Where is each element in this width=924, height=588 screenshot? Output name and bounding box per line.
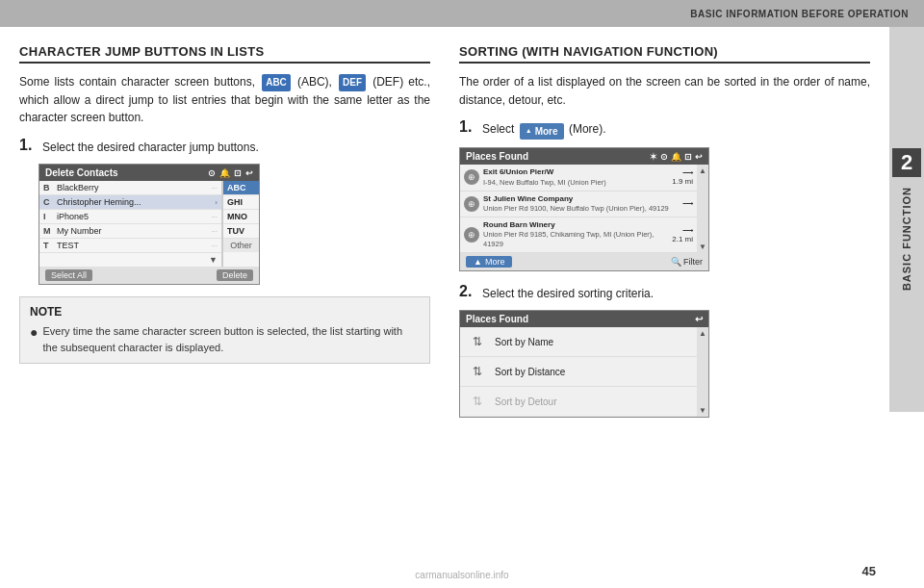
sort-distance-icon: ⇅ — [468, 362, 487, 381]
list-item[interactable]: ⊕ Round Barn Winery Union Pier Rd 9185, … — [460, 217, 697, 253]
places-row-icon: ⊕ — [464, 227, 479, 243]
list-item[interactable]: ⇅ Sort by Distance — [460, 357, 697, 387]
place-name: St Julien Wine Company — [483, 194, 679, 204]
place-addr: I-94, New Buffalo Twp, MI (Union Pier) — [483, 178, 668, 188]
jump-button-other[interactable]: Other — [223, 239, 259, 252]
sort-screenshot: Places Found ↩ ⇅ Sort by Name ⇅ Sort by … — [459, 310, 709, 418]
row-name: My Number — [57, 226, 207, 236]
dc-scroll-down[interactable]: ▼ — [209, 255, 218, 265]
places-footer: ▲ More 🔍 Filter — [460, 253, 708, 270]
sidebar-number: 2 — [892, 148, 921, 177]
places-row-icon: ⊕ — [464, 196, 479, 212]
left-body-text1: Some lists contain character screen butt… — [19, 75, 255, 89]
step1-post: (More). — [569, 122, 606, 136]
row-dots: ··· — [211, 227, 218, 236]
sort-body: ⇅ Sort by Name ⇅ Sort by Distance ⇅ Sort… — [460, 327, 708, 417]
places-icon2: ⊙ — [660, 152, 668, 162]
dc-footer: Select All Delete — [39, 267, 259, 284]
table-row[interactable]: B BlackBerry ··· — [39, 181, 221, 195]
jump-button-mno[interactable]: MNO — [223, 210, 259, 224]
dc-icon3: ⊡ — [234, 168, 242, 178]
place-dist: ⟶1.9 mi — [672, 168, 693, 186]
filter-icon: 🔍 — [671, 257, 681, 267]
select-all-button[interactable]: Select All — [45, 269, 92, 281]
dc-header: Delete Contacts ⊙ 🔔 ⊡ ↩ — [39, 165, 259, 181]
jump-button-ghi[interactable]: GHI — [223, 195, 259, 210]
note-item: ● Every time the same character screen b… — [30, 323, 420, 355]
row-letter: B — [43, 183, 53, 192]
sort-scroll: ▲ ▼ — [697, 327, 708, 417]
step1-text: Select the desired character jump button… — [42, 137, 259, 157]
left-body-text2: (ABC), — [297, 75, 332, 89]
sort-back-icon[interactable]: ↩ — [695, 314, 703, 324]
note-title: NOTE — [30, 305, 420, 319]
sort-name-icon: ⇅ — [468, 332, 487, 351]
place-dist: ⟶ — [682, 199, 693, 208]
row-letter: M — [43, 226, 53, 236]
row-dots: ··· — [211, 184, 218, 192]
table-row[interactable]: C Christopher Heming... › — [39, 195, 221, 210]
list-item[interactable]: ⊕ St Julien Wine Company Union Pier Rd 9… — [460, 192, 697, 217]
jump-button-abc[interactable]: ABC — [223, 181, 259, 195]
table-row[interactable]: T TEST ··· — [39, 239, 221, 253]
note-bullet: ● — [30, 323, 38, 355]
sort-label: Sort by Name — [495, 337, 553, 347]
places-row-info: St Julien Wine Company Union Pier Rd 910… — [483, 194, 679, 214]
left-body-intro: Some lists contain character screen butt… — [19, 73, 430, 127]
places-icon1: ✶ — [650, 152, 657, 162]
places-found-screenshot: Places Found ✶ ⊙ 🔔 ⊡ ↩ ⊕ Exit 6/Union Pi… — [459, 147, 709, 270]
left-section-title: CHARACTER JUMP BUTTONS IN LISTS — [19, 44, 430, 64]
sort-detour-icon: ⇅ — [468, 392, 487, 411]
scroll-up-icon[interactable]: ▲ — [699, 329, 706, 338]
row-dots: ··· — [211, 242, 218, 250]
header-bar: BASIC INFORMATION BEFORE OPERATION — [0, 0, 924, 27]
dc-body: B BlackBerry ··· C Christopher Heming...… — [39, 181, 259, 267]
step2-num: 2. — [459, 283, 475, 303]
step1-pre: Select — [482, 122, 514, 136]
row-name: BlackBerry — [57, 183, 207, 192]
table-row[interactable]: M My Number ··· — [39, 224, 221, 239]
places-body: ⊕ Exit 6/Union Pier/W I-94, New Buffalo … — [460, 165, 708, 252]
more-button[interactable]: ▲ More — [466, 256, 512, 268]
dc-icon2: 🔔 — [219, 168, 230, 178]
delete-button[interactable]: Delete — [217, 269, 253, 281]
list-item: ⇅ Sort by Detour — [460, 387, 697, 417]
filter-button[interactable]: 🔍 Filter — [671, 257, 703, 267]
right-step2: 2. Select the desired sorting criteria. — [459, 283, 870, 303]
row-letter: C — [43, 197, 53, 207]
list-item[interactable]: ⊕ Exit 6/Union Pier/W I-94, New Buffalo … — [460, 165, 697, 191]
step2-text: Select the desired sorting criteria. — [482, 283, 654, 303]
left-step1: 1. Select the desired character jump but… — [19, 137, 430, 157]
note-box: NOTE ● Every time the same character scr… — [19, 296, 430, 364]
page-number: 45 — [862, 564, 876, 578]
scroll-down-icon[interactable]: ▼ — [699, 243, 706, 251]
sort-label: Sort by Distance — [495, 367, 565, 377]
places-row-icon: ⊕ — [464, 169, 479, 185]
note-text: Every time the same character screen but… — [42, 323, 420, 355]
sidebar-tab: 2 BASIC FUNCTION — [889, 27, 924, 412]
places-header: Places Found ✶ ⊙ 🔔 ⊡ ↩ — [460, 148, 708, 165]
sort-list: ⇅ Sort by Name ⇅ Sort by Distance ⇅ Sort… — [460, 327, 697, 417]
right-column: SORTING (WITH NAVIGATION FUNCTION) The o… — [459, 44, 870, 550]
watermark: carmanualsonline.info — [415, 570, 508, 580]
row-letter: T — [43, 241, 53, 250]
scroll-down-icon[interactable]: ▼ — [699, 406, 706, 415]
places-list: ⊕ Exit 6/Union Pier/W I-94, New Buffalo … — [460, 165, 697, 252]
places-scroll: ▲ ▼ — [697, 165, 708, 252]
table-row[interactable]: I iPhone5 ··· — [39, 210, 221, 224]
scroll-up-icon[interactable]: ▲ — [699, 166, 706, 175]
step1-num: 1. — [459, 118, 475, 140]
delete-contacts-screenshot: Delete Contacts ⊙ 🔔 ⊡ ↩ B BlackBerry ··· — [38, 164, 260, 285]
header-title: BASIC INFORMATION BEFORE OPERATION — [690, 9, 909, 19]
place-addr: Union Pier Rd 9185, Chikaming Twp, MI (U… — [483, 230, 668, 249]
places-icon5: ↩ — [695, 152, 703, 162]
dc-icon1: ⊙ — [208, 168, 216, 178]
def-badge: DEF — [339, 74, 366, 91]
dc-header-icons: ⊙ 🔔 ⊡ ↩ — [208, 168, 253, 178]
sort-title: Places Found — [466, 314, 528, 324]
list-item[interactable]: ⇅ Sort by Name — [460, 327, 697, 357]
sort-header: Places Found ↩ — [460, 311, 708, 327]
main-content: CHARACTER JUMP BUTTONS IN LISTS Some lis… — [0, 27, 889, 559]
jump-button-tuv[interactable]: TUV — [223, 224, 259, 239]
step1-num: 1. — [19, 137, 35, 157]
